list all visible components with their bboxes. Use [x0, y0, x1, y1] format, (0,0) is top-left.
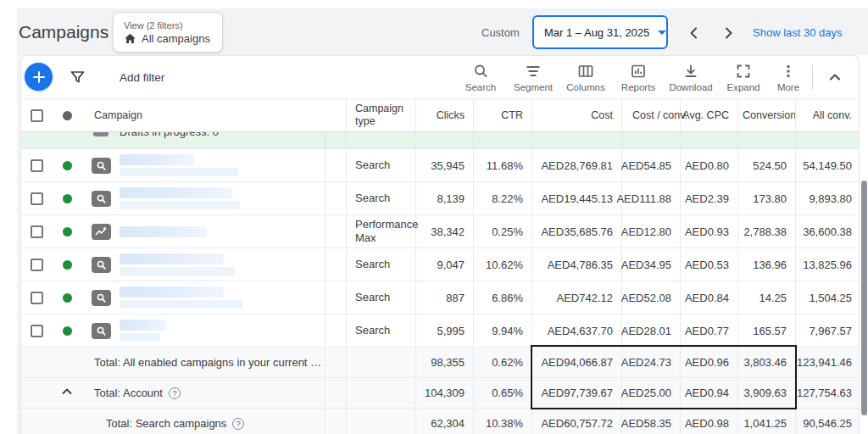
date-range-value: Mar 1 – Aug 31, 2025: [544, 26, 649, 39]
previous-period-button[interactable]: [685, 24, 704, 42]
cost-total: AED97,739.67: [532, 378, 622, 408]
all-conv-cell: 54,149.50: [796, 149, 860, 181]
cost-conv-cell: AED52.08: [622, 281, 681, 314]
blurred-campaign-name[interactable]: [120, 149, 325, 181]
segment-icon: [525, 63, 542, 80]
cost-cell: AED28,769.81: [532, 149, 622, 181]
more-button[interactable]: More: [770, 58, 807, 97]
help-icon[interactable]: ?: [169, 387, 181, 399]
date-mode-label: Custom: [481, 26, 520, 39]
all-conv-cell: 36,600.38: [796, 215, 860, 248]
download-button[interactable]: Download: [665, 58, 717, 97]
status-enabled-icon[interactable]: [52, 314, 82, 347]
drafts-in-progress-row[interactable]: Drafts in progress: 0: [21, 132, 859, 149]
clicks-cell: 8,139: [416, 182, 474, 214]
expand-button[interactable]: Expand: [717, 58, 770, 97]
row-checkbox[interactable]: [21, 314, 52, 347]
avg-cpc-cell: AED0.93: [681, 215, 738, 248]
ctr-cell: 11.68%: [474, 149, 532, 181]
ctr-total: 10.38%: [474, 409, 532, 434]
row-checkbox[interactable]: [21, 281, 52, 314]
campaigns-table-card: Add filter Search Segment Columns Report…: [20, 55, 860, 434]
row-checkbox[interactable]: [21, 149, 52, 181]
add-campaign-button[interactable]: [25, 63, 53, 91]
total-row: Total: Search campaigns ? 62,304 10.38% …: [21, 409, 859, 434]
status-enabled-icon[interactable]: [52, 281, 82, 314]
cost-conv-cell: AED34.95: [622, 248, 681, 281]
total-rows: Total: All enabled campaigns in your cur…: [21, 348, 859, 434]
clicks-total: 62,304: [416, 409, 474, 434]
toolbar-divider: [812, 64, 813, 90]
column-header-campaign-type[interactable]: Campaign type: [347, 99, 416, 131]
avg-cpc-total: AED0.94: [681, 378, 738, 408]
all-conv-cell: 9,893.80: [796, 182, 860, 214]
select-all-checkbox[interactable]: [21, 99, 52, 131]
view-filter-chip[interactable]: View (2 filters) All campaigns: [113, 12, 223, 53]
avg-cpc-cell: AED0.77: [681, 314, 738, 347]
status-column-header[interactable]: [52, 99, 82, 131]
columns-button[interactable]: Columns: [559, 58, 612, 97]
column-header-clicks[interactable]: Clicks: [416, 99, 474, 131]
frozen-gap: [325, 99, 347, 131]
column-header-campaign[interactable]: Campaign: [82, 99, 325, 131]
expand-icon: [735, 63, 752, 80]
status-enabled-icon[interactable]: [52, 248, 82, 281]
cost-cell: AED35,685.76: [532, 215, 622, 248]
cost-total: AED60,757.72: [532, 409, 622, 434]
cost-cell: AED4,637.70: [532, 314, 622, 347]
add-filter-button[interactable]: Add filter: [120, 56, 164, 98]
column-header-all-conv[interactable]: All conv.: [796, 99, 860, 131]
conversions-total: 1,041.25: [738, 409, 796, 434]
column-header-ctr[interactable]: CTR: [474, 99, 532, 131]
status-enabled-icon[interactable]: [52, 149, 82, 181]
column-header-cost-conv[interactable]: Cost / conv.: [622, 99, 681, 131]
column-header-conversions[interactable]: Conversions: [738, 99, 796, 131]
status-enabled-icon[interactable]: [52, 182, 82, 214]
all-conv-total: 123,941.46: [796, 348, 860, 377]
page-title: Campaigns: [19, 22, 108, 42]
table-row: Search 9,047 10.62% AED4,786.35 AED34.95…: [21, 248, 859, 281]
reports-button[interactable]: Reports: [612, 58, 665, 97]
campaign-type-cell: Search: [347, 149, 416, 181]
segment-button[interactable]: Segment: [507, 58, 559, 97]
home-icon: [124, 32, 136, 45]
blurred-campaign-name[interactable]: [120, 314, 325, 347]
table-row: Search 887 6.86% AED742.12 AED52.08 AED0…: [21, 281, 859, 314]
frozen-gap: [325, 281, 347, 314]
chevron-up-icon: [827, 70, 843, 85]
row-checkbox[interactable]: [21, 248, 52, 281]
download-icon: [682, 63, 699, 80]
blurred-campaign-name[interactable]: [120, 281, 325, 314]
collapse-chevron-icon[interactable]: [60, 385, 74, 401]
show-last-30-days-link[interactable]: Show last 30 days: [753, 26, 843, 39]
campaign-type-badge: [82, 215, 120, 248]
cost-conv-cell: AED28.01: [622, 314, 681, 347]
avg-cpc-cell: AED0.53: [681, 248, 738, 281]
table-toolbar: Add filter Search Segment Columns Report…: [21, 56, 859, 98]
column-header-avg-cpc[interactable]: Avg. CPC: [681, 99, 738, 131]
blurred-campaign-name[interactable]: [120, 215, 325, 248]
filter-button[interactable]: [70, 70, 86, 88]
next-period-button[interactable]: [719, 24, 737, 42]
view-filters-count: View (2 filters): [124, 20, 210, 31]
status-enabled-icon[interactable]: [52, 215, 82, 248]
help-icon[interactable]: ?: [232, 418, 244, 430]
row-checkbox[interactable]: [21, 215, 52, 248]
collapse-toolbar-button[interactable]: [818, 58, 852, 97]
vertical-scrollbar[interactable]: [861, 181, 867, 415]
cost-conv-total: AED24.73: [622, 348, 681, 377]
date-range-picker[interactable]: Mar 1 – Aug 31, 2025: [532, 15, 668, 49]
campaign-type-cell: Search: [347, 314, 416, 347]
all-conv-cell: 7,967.57: [796, 314, 860, 347]
blurred-campaign-name[interactable]: [120, 182, 325, 214]
campaign-type-badge: [82, 149, 120, 181]
cost-cell: AED4,786.35: [532, 248, 622, 281]
frozen-gap: [325, 248, 347, 281]
drafts-label: Drafts in progress: 0: [120, 132, 219, 138]
row-checkbox[interactable]: [21, 182, 52, 214]
search-button[interactable]: Search: [454, 58, 507, 97]
column-header-cost[interactable]: Cost: [532, 99, 622, 131]
blurred-campaign-name[interactable]: [120, 248, 325, 281]
campaign-type-badge: [82, 248, 120, 281]
campaign-type-cell: Performance Max: [347, 215, 416, 248]
